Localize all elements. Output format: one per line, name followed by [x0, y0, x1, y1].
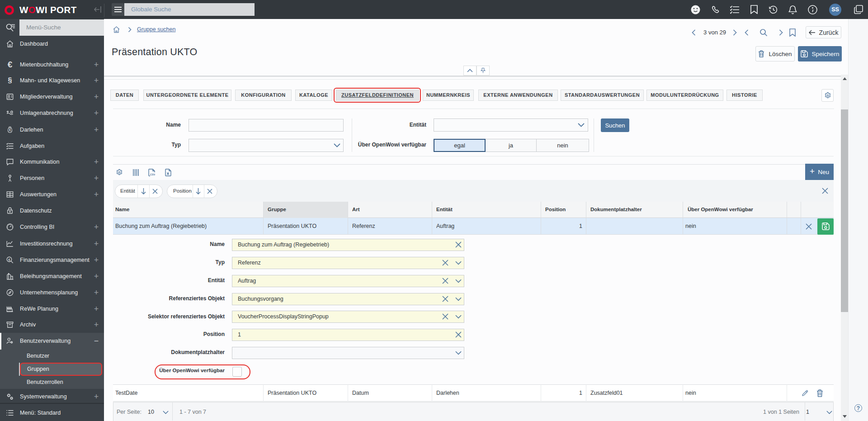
- svg-text:€: €: [8, 258, 10, 262]
- svg-text:CSV: CSV: [150, 173, 155, 176]
- svg-text:€: €: [9, 128, 11, 132]
